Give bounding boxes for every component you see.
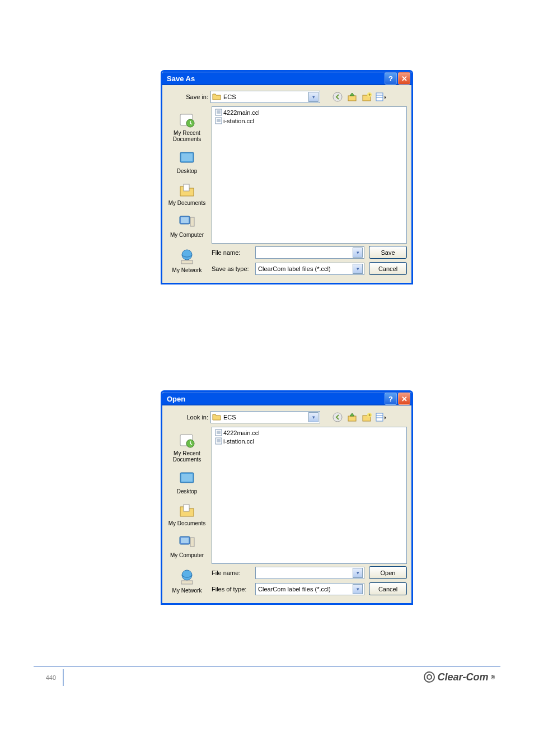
footer-divider [34,666,500,667]
svg-point-52 [424,672,434,682]
chevron-down-icon[interactable]: ▾ [353,568,363,578]
svg-point-50 [182,570,192,580]
chevron-down-icon[interactable]: ▾ [353,248,363,258]
svg-rect-41 [190,538,194,547]
svg-rect-12 [184,184,189,191]
svg-rect-25 [181,260,193,264]
svg-point-24 [182,250,192,260]
back-button[interactable] [331,91,344,103]
open-dialog: Open ? ✕ Look in: ECS ▾ ✦ [161,390,413,605]
close-button[interactable]: ✕ [398,393,410,405]
help-button[interactable]: ? [385,393,397,405]
places-bar: My Recent Documents Desktop My Documents… [162,106,212,244]
computer-icon [178,213,196,231]
file-icon [214,429,222,437]
up-button[interactable] [346,91,358,103]
close-button[interactable]: ✕ [398,72,410,85]
svg-point-26 [333,413,342,422]
recent-icon [178,111,196,129]
folder-name: ECS [223,414,236,421]
cancel-button[interactable]: Cancel [369,582,407,595]
cancel-button[interactable]: Cancel [369,262,407,275]
folder-dropdown[interactable]: ECS ▾ [210,91,320,103]
toolbar: Save in: ECS ▾ ✦ [162,85,411,106]
place-recent[interactable]: My Recent Documents [165,429,209,466]
file-type-select[interactable]: ClearCom label files (*.ccl) ▾ [255,583,364,595]
filename-label: File name: [212,249,251,256]
folder-icon [212,92,221,101]
new-folder-button[interactable]: ✦ [360,91,373,103]
folder-icon [212,413,221,422]
chevron-down-icon[interactable]: ▾ [353,264,363,274]
file-icon [214,117,222,125]
logo-icon [423,671,435,683]
chevron-down-icon[interactable]: ▾ [308,92,318,102]
file-list[interactable]: 4222main.ccl i-station.ccl [212,427,407,564]
documents-icon [178,181,196,199]
file-item[interactable]: i-station.ccl [213,116,405,125]
filename-input[interactable]: ▾ [255,567,364,579]
place-desktop[interactable]: Desktop [165,147,209,178]
svg-text:✦: ✦ [368,92,372,97]
folder-name: ECS [223,94,236,100]
back-button[interactable] [331,411,344,423]
desktop-icon [178,149,196,167]
place-computer[interactable]: My Computer [165,531,209,562]
place-computer[interactable]: My Computer [165,211,209,241]
svg-point-53 [427,675,432,679]
svg-rect-15 [190,217,194,226]
chevron-down-icon[interactable]: ▾ [353,584,363,594]
recent-icon [178,431,196,449]
type-label: Files of type: [212,586,251,592]
svg-rect-38 [184,505,189,511]
titlebar[interactable]: Open ? ✕ [162,392,411,405]
dialog-title: Open [167,395,383,403]
views-button[interactable] [375,411,387,423]
dialog-title: Save As [167,74,383,83]
svg-rect-40 [181,538,189,543]
file-item[interactable]: 4222main.ccl [213,108,405,116]
svg-rect-14 [181,217,189,223]
computer-icon [178,533,196,551]
location-label: Save in: [162,94,208,100]
place-network[interactable]: My Network [165,246,209,277]
file-type-select[interactable]: ClearCom label files (*.ccl) ▾ [255,263,364,275]
titlebar[interactable]: Save As ? ✕ [162,72,411,85]
place-recent[interactable]: My Recent Documents [165,109,209,146]
svg-rect-27 [348,416,356,421]
filename-label: File name: [212,570,251,576]
place-documents[interactable]: My Documents [165,179,209,209]
folder-dropdown[interactable]: ECS ▾ [210,411,320,423]
svg-rect-31 [376,413,383,421]
network-icon [178,568,196,586]
svg-point-0 [333,92,342,101]
place-network[interactable]: My Network [165,566,209,597]
svg-rect-37 [181,474,193,482]
file-item[interactable]: i-station.ccl [213,437,405,445]
file-icon [214,437,222,445]
filename-input[interactable]: ▾ [255,246,364,259]
new-folder-button[interactable]: ✦ [360,411,373,423]
network-icon [178,248,196,266]
brand-logo: Clear-Com® [423,671,495,683]
documents-icon [178,501,196,519]
svg-rect-5 [376,93,383,101]
file-item[interactable]: 4222main.ccl [213,428,405,437]
save-button[interactable]: Save [369,246,407,259]
place-documents[interactable]: My Documents [165,499,209,530]
toolbar: Look in: ECS ▾ ✦ [162,405,411,427]
svg-rect-1 [348,96,356,101]
location-label: Look in: [162,414,208,421]
file-list[interactable]: 4222main.ccl i-station.ccl [212,106,407,244]
views-button[interactable] [375,91,387,103]
open-button[interactable]: Open [369,566,407,579]
type-label: Save as type: [212,265,251,272]
desktop-icon [178,469,196,487]
place-desktop[interactable]: Desktop [165,467,209,498]
chevron-down-icon[interactable]: ▾ [308,412,318,422]
places-bar: My Recent Documents Desktop My Documents… [162,427,212,564]
up-button[interactable] [346,411,358,423]
svg-rect-51 [181,581,193,584]
svg-text:✦: ✦ [368,413,372,418]
help-button[interactable]: ? [385,72,397,85]
